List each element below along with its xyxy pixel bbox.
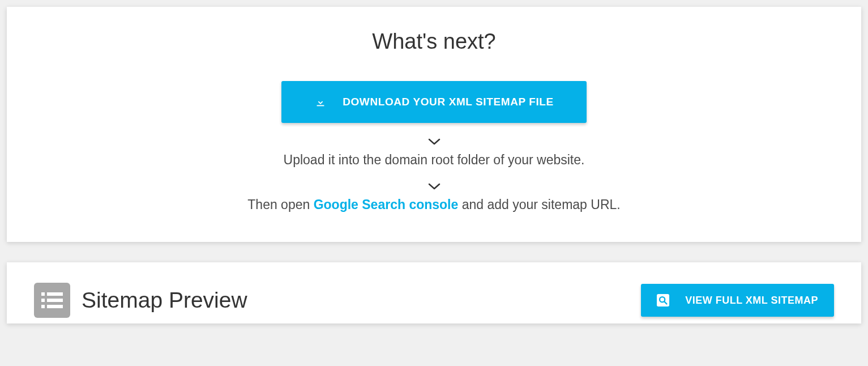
svg-rect-1	[41, 292, 45, 296]
download-sitemap-label: DOWNLOAD YOUR XML SITEMAP FILE	[343, 96, 554, 108]
upload-instruction-text: Upload it into the domain root folder of…	[34, 152, 834, 168]
search-icon	[657, 294, 669, 307]
search-console-instruction-text: Then open Google Search console and add …	[34, 197, 834, 212]
download-icon	[314, 96, 327, 108]
google-search-console-link[interactable]: Google Search console	[314, 197, 459, 212]
preview-header-left: Sitemap Preview	[34, 283, 247, 318]
list-icon	[34, 283, 70, 318]
svg-rect-7	[657, 294, 669, 307]
svg-rect-5	[41, 305, 45, 308]
chevron-down-icon	[34, 138, 834, 146]
view-full-sitemap-button[interactable]: VIEW FULL XML SITEMAP	[641, 284, 834, 317]
chevron-down-icon	[34, 182, 834, 190]
svg-rect-2	[47, 292, 63, 296]
whats-next-title: What's next?	[34, 29, 834, 54]
svg-rect-4	[47, 299, 63, 302]
view-full-sitemap-label: VIEW FULL XML SITEMAP	[685, 295, 818, 307]
sitemap-preview-title: Sitemap Preview	[82, 288, 247, 313]
download-sitemap-button[interactable]: DOWNLOAD YOUR XML SITEMAP FILE	[281, 81, 587, 123]
instruction-text-after: and add your sitemap URL.	[458, 197, 620, 212]
svg-rect-6	[47, 305, 63, 308]
instruction-text-before: Then open	[247, 197, 313, 212]
sitemap-preview-card: Sitemap Preview VIEW FULL XML SITEMAP	[7, 262, 861, 324]
svg-rect-0	[317, 105, 324, 107]
svg-rect-3	[41, 299, 45, 302]
whats-next-card: What's next? DOWNLOAD YOUR XML SITEMAP F…	[7, 7, 861, 242]
